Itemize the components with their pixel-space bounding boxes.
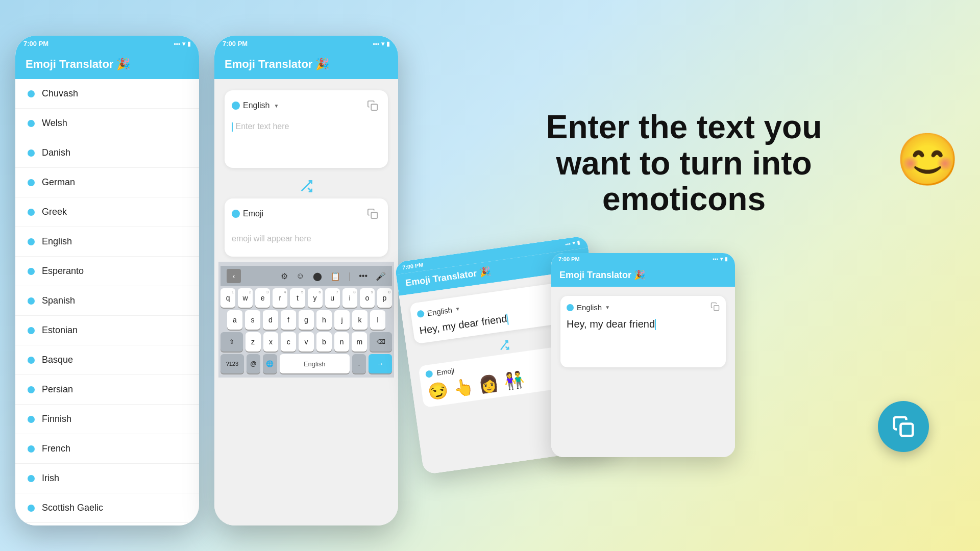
key-r[interactable]: r4 bbox=[273, 288, 287, 308]
lang-item-esperanto[interactable]: Esperanto bbox=[15, 257, 199, 286]
lang-item-french[interactable]: French bbox=[15, 434, 199, 464]
key-g[interactable]: g bbox=[299, 310, 314, 330]
key-c[interactable]: c bbox=[281, 332, 296, 352]
lang-item-galician[interactable]: Galician bbox=[15, 523, 199, 525]
mini-front-signal-icon: ▪▪▪ bbox=[713, 256, 718, 262]
lang-item-scottish-gaelic[interactable]: Scottish Gaelic bbox=[15, 493, 199, 523]
mini-battery-icon: ▮ bbox=[577, 239, 581, 246]
output-lang-selector[interactable]: Emoji bbox=[232, 206, 381, 222]
lang-dot bbox=[28, 179, 35, 186]
phone2-status-icons: ▪▪▪ ▾ ▮ bbox=[373, 40, 390, 47]
key-p[interactable]: p0 bbox=[377, 288, 392, 308]
lang-dot bbox=[28, 445, 35, 453]
key-period[interactable]: . bbox=[352, 354, 366, 373]
source-lang-selector[interactable]: English ▼ bbox=[232, 97, 381, 114]
mini-front-copy-button[interactable] bbox=[710, 302, 720, 313]
lang-item-basque[interactable]: Basque bbox=[15, 345, 199, 375]
key-x[interactable]: x bbox=[263, 332, 279, 352]
key-d[interactable]: d bbox=[263, 310, 278, 330]
key-l[interactable]: l bbox=[370, 310, 385, 330]
output-lang-dot bbox=[232, 210, 240, 218]
key-h[interactable]: h bbox=[316, 310, 332, 330]
lang-dot bbox=[28, 120, 35, 127]
mic-icon[interactable]: 🎤 bbox=[376, 271, 386, 281]
key-backspace[interactable]: ⌫ bbox=[370, 332, 392, 352]
mini-front-status: 7:00 PM ▪▪▪ ▾ ▮ bbox=[551, 253, 735, 265]
source-translation-card: English ▼ Enter text here bbox=[225, 90, 388, 168]
key-at[interactable]: @ bbox=[247, 354, 260, 373]
lang-item-chuvash[interactable]: Chuvash bbox=[15, 79, 199, 109]
lang-label: Spanish bbox=[42, 295, 75, 306]
settings-icon[interactable]: ⚙ bbox=[281, 271, 288, 281]
copy-fab-button[interactable] bbox=[878, 401, 929, 452]
keyboard-toolbar: ‹ ⚙ ☺ ⬤ 📋 | ••• 🎤 bbox=[220, 266, 392, 286]
lang-item-finnish[interactable]: Finnish bbox=[15, 405, 199, 434]
key-o[interactable]: o9 bbox=[360, 288, 375, 308]
key-k[interactable]: k bbox=[352, 310, 368, 330]
key-shift[interactable]: ⇧ bbox=[220, 332, 243, 352]
lang-item-estonian[interactable]: Estonian bbox=[15, 316, 199, 345]
lang-dot bbox=[28, 475, 35, 482]
lang-item-irish[interactable]: Irish bbox=[15, 464, 199, 493]
lang-item-greek[interactable]: Greek bbox=[15, 197, 199, 227]
back-button[interactable]: ‹ bbox=[227, 269, 241, 283]
output-copy-button[interactable] bbox=[364, 206, 381, 222]
shuffle-button[interactable] bbox=[218, 174, 394, 198]
clipboard-icon[interactable]: 📋 bbox=[330, 271, 340, 281]
lang-item-english[interactable]: English bbox=[15, 227, 199, 257]
source-copy-button[interactable] bbox=[364, 97, 381, 114]
sticker-icon[interactable]: ☺ bbox=[296, 271, 304, 281]
battery-icon: ▮ bbox=[187, 40, 191, 47]
theme-icon[interactable]: ⬤ bbox=[313, 271, 322, 281]
lang-item-persian[interactable]: Persian bbox=[15, 375, 199, 405]
promo-emoji: 😊 bbox=[896, 130, 960, 190]
language-list: Chuvash Welsh Danish German Greek Englis… bbox=[15, 79, 199, 525]
phone1-status-bar: 7:00 PM ▪▪▪ ▾ ▮ bbox=[15, 36, 199, 52]
lang-label: Welsh bbox=[42, 118, 67, 129]
lang-dot bbox=[28, 297, 35, 305]
key-b[interactable]: b bbox=[316, 332, 332, 352]
key-globe[interactable]: 🌐 bbox=[263, 354, 277, 373]
mini-front-status-icons: ▪▪▪ ▾ ▮ bbox=[713, 256, 728, 262]
lang-label: Scottish Gaelic bbox=[42, 503, 103, 513]
key-u[interactable]: u7 bbox=[325, 288, 340, 308]
key-q[interactable]: q1 bbox=[220, 288, 235, 308]
key-n[interactable]: n bbox=[334, 332, 350, 352]
key-123[interactable]: ?123 bbox=[220, 354, 244, 373]
lang-dot bbox=[28, 90, 35, 97]
key-z[interactable]: z bbox=[246, 332, 261, 352]
key-f[interactable]: f bbox=[281, 310, 296, 330]
key-s[interactable]: s bbox=[245, 310, 260, 330]
lang-dot bbox=[28, 238, 35, 245]
key-t[interactable]: t5 bbox=[290, 288, 305, 308]
key-m[interactable]: m bbox=[352, 332, 367, 352]
chevron-down-icon: ▼ bbox=[274, 103, 279, 109]
emoji-point: 👆 bbox=[452, 376, 475, 398]
lang-item-spanish[interactable]: Spanish bbox=[15, 286, 199, 316]
lang-item-german[interactable]: German bbox=[15, 168, 199, 197]
keyboard-toolbar-icons: ⚙ ☺ ⬤ 📋 | ••• 🎤 bbox=[281, 271, 386, 282]
key-enter[interactable]: → bbox=[369, 354, 392, 373]
emoji-wink: 😏 bbox=[427, 380, 450, 402]
key-w[interactable]: w2 bbox=[238, 288, 253, 308]
lang-item-welsh[interactable]: Welsh bbox=[15, 109, 199, 138]
mini-front-header: Emoji Translator 🎉 bbox=[551, 265, 735, 287]
keyboard[interactable]: ‹ ⚙ ☺ ⬤ 📋 | ••• 🎤 q1 w2 bbox=[218, 262, 394, 378]
mini-back-emoji-dot bbox=[425, 370, 433, 378]
lang-label: Esperanto bbox=[42, 266, 84, 277]
key-y[interactable]: y6 bbox=[308, 288, 323, 308]
key-j[interactable]: j bbox=[334, 310, 350, 330]
key-v[interactable]: v bbox=[299, 332, 314, 352]
key-a[interactable]: a bbox=[227, 310, 242, 330]
more-icon[interactable]: ••• bbox=[359, 271, 368, 281]
mini-wifi-icon: ▾ bbox=[572, 240, 576, 246]
lang-dot bbox=[28, 386, 35, 393]
key-i[interactable]: i8 bbox=[342, 288, 357, 308]
mini-back-chevron-icon: ▼ bbox=[455, 306, 460, 312]
key-e[interactable]: e3 bbox=[255, 288, 270, 308]
source-text-input[interactable]: Enter text here bbox=[232, 120, 381, 161]
mini-front-lang-row: English ▼ bbox=[567, 302, 720, 313]
lang-item-danish[interactable]: Danish bbox=[15, 138, 199, 168]
mini-front-title: Emoji Translator 🎉 bbox=[559, 270, 645, 280]
key-space[interactable]: English bbox=[280, 354, 350, 373]
